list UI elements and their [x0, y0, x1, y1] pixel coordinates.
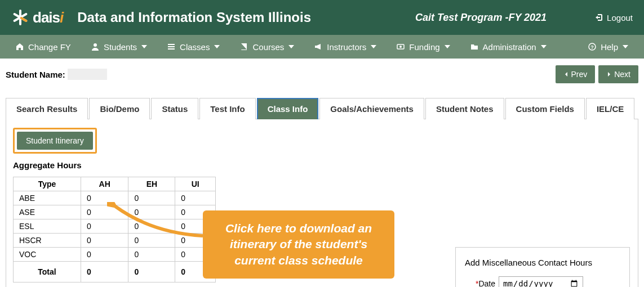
- misc-date-label: Date: [478, 279, 495, 287]
- itinerary-highlight: Student Itinerary: [13, 128, 97, 154]
- cell-type: ABE: [14, 191, 81, 205]
- page-content: Student Name: Prev Next Search Results B…: [0, 59, 644, 287]
- logo[interactable]: daisi: [11, 8, 63, 26]
- caret-down-icon: [214, 45, 220, 48]
- instruction-callout: Click here to download an itinerary of t…: [203, 210, 394, 279]
- next-button[interactable]: Next: [598, 65, 638, 83]
- table-row: ABE000: [14, 191, 216, 205]
- cell-ah: 0: [81, 234, 128, 248]
- logout-link[interactable]: Logout: [594, 13, 633, 23]
- cell-eh: 0: [128, 191, 175, 205]
- student-name-value: [68, 69, 107, 80]
- nav-help-label: Help: [601, 42, 618, 52]
- nav-administration[interactable]: Administration: [460, 37, 557, 57]
- nav-students-label: Students: [104, 42, 137, 52]
- tab-test-info[interactable]: Test Info: [199, 98, 255, 119]
- misc-contact-hours-panel: Add Miscellaneous Contact Hours *Date *T…: [455, 247, 630, 287]
- logo-text-a: dais: [33, 9, 60, 26]
- pager: Prev Next: [556, 65, 638, 83]
- book-icon: [240, 43, 248, 51]
- nav-courses[interactable]: Courses: [230, 37, 304, 57]
- home-icon: [16, 43, 24, 51]
- col-eh: EH: [128, 177, 175, 191]
- chevron-right-icon: [606, 71, 612, 77]
- svg-text:?: ?: [590, 44, 594, 50]
- cell-eh: 0: [128, 205, 175, 219]
- misc-date-input[interactable]: [499, 276, 583, 287]
- nav-instructors[interactable]: Instructors: [304, 37, 387, 57]
- cell-ah: 0: [81, 219, 128, 234]
- aggregate-hours-title: Aggregate Hours: [13, 160, 631, 170]
- tab-status[interactable]: Status: [151, 98, 198, 119]
- logo-text-b: i: [60, 9, 63, 26]
- table-row: HSCR000: [14, 234, 216, 248]
- prev-button[interactable]: Prev: [556, 65, 596, 83]
- total-ah: 0: [81, 262, 128, 282]
- aggregate-hours-table: Type AH EH UI ABE000ASE000ESL000HSCR000V…: [13, 177, 216, 282]
- nav-classes[interactable]: Classes: [157, 37, 230, 57]
- cell-ah: 0: [81, 248, 128, 262]
- tab-bio-demo[interactable]: Bio/Demo: [89, 98, 150, 119]
- nav-instructors-label: Instructors: [327, 42, 366, 52]
- megaphone-icon: [314, 43, 322, 51]
- question-icon: ?: [588, 43, 596, 51]
- cell-eh: 0: [128, 248, 175, 262]
- cell-ui: 0: [175, 191, 216, 205]
- student-name-label: Student Name:: [6, 70, 65, 79]
- app-title: Data and Information System Illinois: [77, 10, 311, 25]
- svg-point-4: [94, 43, 97, 47]
- chevron-left-icon: [563, 71, 569, 77]
- main-nav: Change FY Students Classes Courses Instr…: [0, 35, 644, 59]
- logout-label: Logout: [607, 13, 633, 23]
- table-row: VOC000: [14, 248, 216, 262]
- nav-classes-label: Classes: [180, 42, 210, 52]
- nav-funding-label: Funding: [409, 42, 439, 52]
- misc-title: Add Miscellaneous Contact Hours: [465, 258, 620, 267]
- tab-iel-ce[interactable]: IEL/CE: [586, 98, 634, 119]
- svg-rect-5: [168, 44, 175, 45]
- col-type: Type: [14, 177, 81, 191]
- caret-down-icon: [623, 45, 628, 48]
- caret-down-icon: [445, 45, 450, 48]
- program-name: Cait Test Program -FY 2021: [359, 12, 547, 24]
- nav-help[interactable]: ? Help: [578, 37, 638, 57]
- prev-label: Prev: [571, 70, 588, 79]
- tab-search-results[interactable]: Search Results: [6, 98, 88, 119]
- total-label: Total: [14, 262, 81, 282]
- table-header-row: Type AH EH UI: [14, 177, 216, 191]
- cell-type: VOC: [14, 248, 81, 262]
- student-itinerary-button[interactable]: Student Itinerary: [17, 132, 93, 150]
- svg-point-9: [399, 46, 402, 48]
- nav-change-fy[interactable]: Change FY: [6, 37, 81, 57]
- tab-student-notes[interactable]: Student Notes: [425, 98, 504, 119]
- total-eh: 0: [128, 262, 175, 282]
- svg-rect-7: [168, 48, 175, 50]
- asterisk-icon: [11, 8, 29, 26]
- student-topbar: Student Name: Prev Next: [6, 65, 638, 83]
- nav-courses-label: Courses: [252, 42, 284, 52]
- nav-administration-label: Administration: [483, 42, 536, 52]
- nav-funding[interactable]: Funding: [387, 37, 460, 57]
- caret-down-icon: [288, 45, 294, 48]
- caret-down-icon: [141, 45, 147, 48]
- tab-class-info[interactable]: Class Info: [257, 98, 319, 119]
- cell-eh: 0: [128, 219, 175, 234]
- tab-goals[interactable]: Goals/Achievements: [319, 98, 424, 119]
- cell-type: HSCR: [14, 234, 81, 248]
- tab-custom-fields[interactable]: Custom Fields: [505, 98, 585, 119]
- table-total-row: Total 0 0 0: [14, 262, 216, 282]
- table-row: ASE000: [14, 205, 216, 219]
- nav-students[interactable]: Students: [81, 37, 157, 57]
- list-icon: [167, 43, 175, 51]
- logout-icon: [594, 13, 603, 22]
- folder-icon: [470, 43, 478, 51]
- svg-rect-6: [168, 46, 175, 47]
- cell-ah: 0: [81, 205, 128, 219]
- col-ah: AH: [81, 177, 128, 191]
- cell-type: ESL: [14, 219, 81, 234]
- table-row: ESL000: [14, 219, 216, 234]
- cell-type: ASE: [14, 205, 81, 219]
- money-icon: [397, 43, 405, 51]
- person-icon: [91, 43, 99, 51]
- app-header: daisi Data and Information System Illino…: [0, 0, 644, 35]
